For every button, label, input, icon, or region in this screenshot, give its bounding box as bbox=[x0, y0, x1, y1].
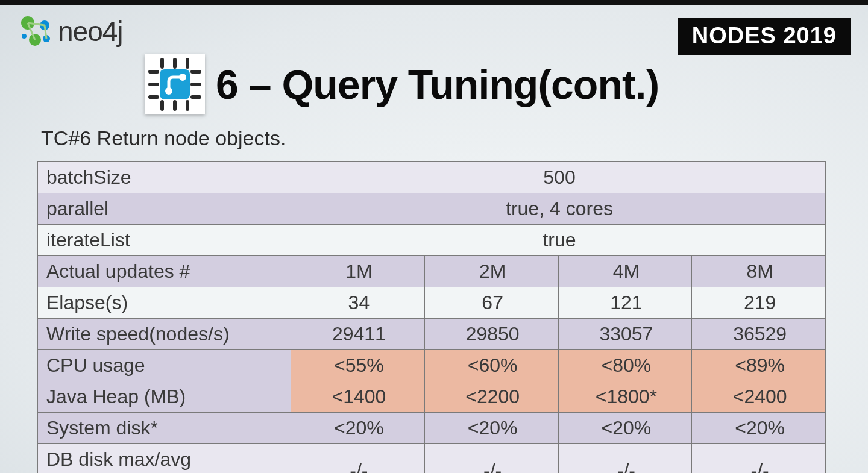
cell: 33057 bbox=[558, 319, 692, 350]
event-badge: NODES 2019 bbox=[678, 18, 851, 55]
cell: 121 bbox=[558, 287, 692, 319]
cell: <89% bbox=[692, 350, 826, 381]
cell: 2M bbox=[424, 256, 558, 287]
slide-title: 6 – Query Tuning(cont.) bbox=[216, 61, 659, 108]
cell: 29850 bbox=[424, 319, 558, 350]
row-label: Java Heap (MB) bbox=[38, 381, 291, 413]
top-border bbox=[0, 0, 868, 5]
svg-rect-20 bbox=[160, 69, 190, 99]
row-value: true, 4 cores bbox=[291, 193, 826, 225]
row-label: Write speed(nodes/s) bbox=[38, 319, 291, 350]
cell: -/- bbox=[558, 444, 692, 474]
cell: 36529 bbox=[692, 319, 826, 350]
cell: 219 bbox=[692, 287, 826, 319]
row-label: parallel bbox=[38, 193, 291, 225]
svg-point-4 bbox=[22, 34, 27, 39]
row-value: 500 bbox=[291, 162, 826, 193]
cell: 29411 bbox=[291, 319, 425, 350]
row-label: iterateList bbox=[38, 225, 291, 256]
row-value: true bbox=[291, 225, 826, 256]
cell: 8M bbox=[692, 256, 826, 287]
cell: <2200 bbox=[424, 381, 558, 413]
cell: <55% bbox=[291, 350, 425, 381]
row-label: CPU usage bbox=[38, 350, 291, 381]
cell: 1M bbox=[291, 256, 425, 287]
cell: <20% bbox=[291, 413, 425, 444]
cell: -/- bbox=[424, 444, 558, 474]
row-label: System disk* bbox=[38, 413, 291, 444]
cell: <80% bbox=[558, 350, 692, 381]
cell: -/- bbox=[692, 444, 826, 474]
cell: 34 bbox=[291, 287, 425, 319]
row-label: Actual updates # bbox=[38, 256, 291, 287]
cell: <1800* bbox=[558, 381, 692, 413]
slide-title-row: 6 – Query Tuning(cont.) bbox=[145, 54, 659, 114]
cell: 4M bbox=[558, 256, 692, 287]
slide-subtitle: TC#6 Return node objects. bbox=[41, 127, 286, 150]
cell: <20% bbox=[558, 413, 692, 444]
row-label: DB disk max/avg speed(MB/s) bbox=[38, 444, 291, 474]
slide: neo4j NODES 2019 bbox=[0, 0, 868, 473]
cell: <60% bbox=[424, 350, 558, 381]
chip-icon bbox=[145, 54, 205, 114]
metrics-table: batchSize 500 parallel true, 4 cores ite… bbox=[37, 161, 826, 473]
neo4j-mark-icon bbox=[18, 13, 54, 49]
brand-name: neo4j bbox=[58, 15, 123, 48]
cell: <2400 bbox=[692, 381, 826, 413]
cell: -/- bbox=[291, 444, 425, 474]
cell: <20% bbox=[424, 413, 558, 444]
cell: 67 bbox=[424, 287, 558, 319]
row-label: batchSize bbox=[38, 162, 291, 193]
row-label: Elapse(s) bbox=[38, 287, 291, 319]
cell: <20% bbox=[692, 413, 826, 444]
brand-logo: neo4j bbox=[18, 13, 123, 49]
cell: <1400 bbox=[291, 381, 425, 413]
